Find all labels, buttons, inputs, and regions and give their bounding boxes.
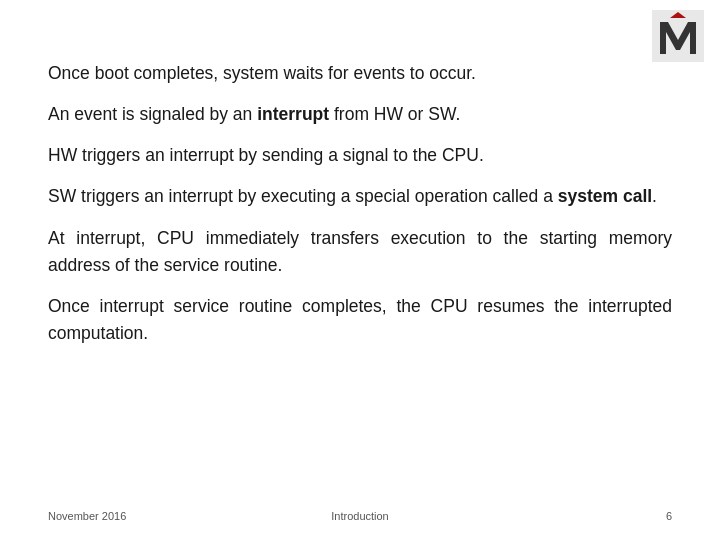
paragraph-3: HW triggers an interrupt by sending a si… [48,142,672,169]
footer-left: November 2016 [48,510,126,522]
footer-right: 6 [666,510,672,522]
paragraph-4: SW triggers an interrupt by executing a … [48,183,672,210]
footer: November 2016 Introduction 6 [48,510,672,522]
main-content: Once boot completes, system waits for ev… [48,60,672,347]
slide: Once boot completes, system waits for ev… [0,0,720,540]
paragraph-2: An event is signaled by an interrupt fro… [48,101,672,128]
paragraph-1: Once boot completes, system waits for ev… [48,60,672,87]
paragraph-5: At interrupt, CPU immediately transfers … [48,225,672,279]
paragraph-6: Once interrupt service routine completes… [48,293,672,347]
logo [652,10,704,62]
footer-center: Introduction [331,510,388,522]
